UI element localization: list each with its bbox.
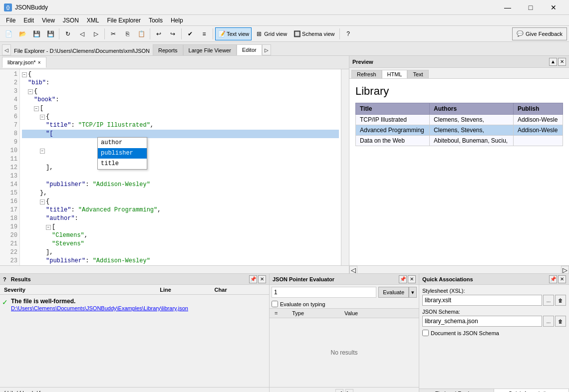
tab-nav-left[interactable]: ◁ [2, 44, 11, 55]
redo-button[interactable]: ↪ [166, 27, 179, 40]
preview-content[interactable]: Library Title Authors Publish TCP/IP Ill… [349, 79, 569, 265]
menu-file-explorer[interactable]: File Explorer [103, 15, 145, 26]
new-button[interactable]: 📄 [2, 27, 15, 40]
fold-btn-10[interactable]: − [40, 149, 45, 154]
close-button[interactable]: ✕ [542, 0, 565, 15]
evaluate-button[interactable]: Evaluate [378, 287, 409, 298]
feedback-button[interactable]: 💬 Give Feedback [512, 27, 567, 40]
json-pointer-close-btn[interactable]: ✕ [408, 275, 416, 283]
table-row[interactable]: Data on the Web Abiteboul, Buneman, Suci… [356, 136, 563, 146]
feedback-label: Give Feedback [526, 31, 563, 37]
validate-button[interactable]: ✔ [184, 27, 197, 40]
fold-btn-16[interactable]: − [40, 199, 45, 204]
json-schema-checkbox[interactable] [422, 330, 429, 336]
open-button[interactable]: 📂 [16, 27, 29, 40]
code-line: "title": "Advanced Programming", [22, 206, 339, 214]
json-schema-input[interactable] [422, 316, 542, 327]
stylesheet-browse-btn[interactable]: ... [543, 295, 554, 306]
preview-scroll-h[interactable]: ◁ ▷ [349, 265, 569, 273]
list-item: ✓ The file is well-formed. D:\Users\Clem… [2, 297, 267, 313]
autocomplete-popup: author publisher title [97, 137, 147, 170]
pointer-content: No results [270, 318, 419, 387]
tab-nav-right[interactable]: ▷ [262, 44, 271, 55]
results-close-btn[interactable]: ✕ [258, 275, 266, 283]
ac-item-publisher[interactable]: publisher [98, 148, 147, 159]
text-view-button[interactable]: 📝 Text view [215, 27, 252, 40]
text-view-label: Text view [227, 31, 249, 37]
fold-btn-6[interactable]: − [40, 115, 45, 120]
preview-tab-refresh[interactable]: Refresh [351, 70, 382, 78]
minimize-button[interactable]: — [496, 0, 519, 15]
evaluate-dropdown-btn[interactable]: ▾ [409, 287, 417, 298]
json-schema-browse-btn[interactable]: ... [543, 316, 554, 327]
table-cell-publish: Addison-Wesle [513, 125, 563, 136]
pointer-scroll-left[interactable]: ◁ [335, 389, 343, 392]
preview-tab-text[interactable]: Text [407, 70, 428, 78]
horizontal-scrollbar[interactable] [0, 265, 349, 273]
editor-content[interactable]: 12345 678910 1112131415 1617181920 21222… [0, 69, 349, 265]
file-tab-bar: library.json* × [0, 56, 349, 69]
json-pointer-pin-btn[interactable]: 📌 [399, 275, 407, 283]
code-line [22, 155, 339, 164]
menu-view[interactable]: View [38, 15, 59, 26]
format-button[interactable]: ≡ [198, 27, 211, 40]
code-line: "Stevens" [22, 240, 339, 248]
tab-editor[interactable]: Editor [237, 44, 262, 55]
pointer-scroll-right[interactable]: ▷ [345, 389, 353, 392]
paste-button[interactable]: 📋 [135, 27, 148, 40]
json-pointer-header-left: JSON Pointer Evaluator [273, 276, 399, 282]
ac-item-author[interactable]: author [98, 138, 147, 148]
refresh-button[interactable]: ↻ [61, 27, 74, 40]
close-file-tab[interactable]: × [38, 60, 41, 65]
json-schema-clear-btn[interactable]: 🗑 [555, 316, 566, 327]
vertical-scrollbar[interactable] [341, 69, 349, 265]
menu-file[interactable]: File [2, 15, 19, 26]
qa-close-btn[interactable]: ✕ [558, 275, 566, 283]
results-pin-btn[interactable]: 📌 [249, 275, 257, 283]
menu-edit[interactable]: Edit [19, 15, 38, 26]
code-line: "publisher": "Addison-Wesley" [22, 257, 339, 265]
preview-close-btn[interactable]: ✕ [558, 58, 566, 66]
maximize-button[interactable]: □ [519, 0, 542, 15]
menu-xml[interactable]: XML [83, 15, 103, 26]
ac-item-title[interactable]: title [98, 159, 147, 169]
fold-btn-1[interactable]: − [22, 72, 27, 77]
code-editor[interactable]: −{ "bib": −{ "book": −[ −{ "title": "TCP… [20, 69, 341, 265]
preview-collapse-btn[interactable]: ▲ [549, 58, 557, 66]
schema-view-button[interactable]: 🔲 Schema view [290, 27, 337, 40]
qa-pin-btn[interactable]: 📌 [549, 275, 557, 283]
quick-associations-tab[interactable]: Quick Associations [494, 389, 569, 392]
menu-tools[interactable]: Tools [145, 15, 167, 26]
menu-json[interactable]: JSON [59, 15, 83, 26]
preview-tab-html[interactable]: HTML [382, 70, 408, 78]
copy-button[interactable]: ⎘ [121, 27, 134, 40]
table-row[interactable]: TCP/IP Illustrated Clemens, Stevens, Add… [356, 115, 563, 125]
forward-button[interactable]: ▷ [89, 27, 102, 40]
grid-view-button[interactable]: ⊞ Grid view [253, 27, 289, 40]
pointer-input[interactable] [272, 287, 376, 298]
result-path-link[interactable]: D:\Users\Clemens\Documents\JSONBuddy\Exa… [11, 305, 188, 311]
toolbar-sep-4 [181, 28, 182, 39]
fold-btn-5[interactable]: − [34, 106, 39, 111]
find-replace-tab[interactable]: Find and Replace [419, 389, 494, 392]
save-button[interactable]: 💾 [30, 27, 43, 40]
toolbar-sep-2 [104, 28, 105, 39]
fold-btn-3[interactable]: − [28, 89, 33, 94]
preview-scroll-left[interactable]: ◁ [349, 266, 357, 274]
save-all-button[interactable]: 💾 [44, 27, 57, 40]
tab-large-file-viewer[interactable]: Large File Viewer [183, 44, 237, 55]
preview-scroll-right[interactable]: ▷ [561, 266, 569, 274]
undo-button[interactable]: ↩ [152, 27, 165, 40]
menu-help[interactable]: Help [167, 15, 187, 26]
help-button[interactable]: ? [342, 27, 355, 40]
fold-btn-19[interactable]: − [46, 225, 51, 230]
table-row[interactable]: Advanced Programming Clemens, Stevens, A… [356, 125, 563, 136]
result-ok-icon: ✓ [2, 298, 8, 306]
tab-reports[interactable]: Reports [153, 44, 183, 55]
stylesheet-clear-btn[interactable]: 🗑 [555, 295, 566, 306]
cut-button[interactable]: ✂ [107, 27, 120, 40]
file-tab-library[interactable]: library.json* × [2, 57, 46, 68]
stylesheet-input[interactable] [422, 295, 542, 306]
back-button[interactable]: ◁ [75, 27, 88, 40]
evaluate-on-typing-checkbox[interactable] [272, 301, 278, 307]
